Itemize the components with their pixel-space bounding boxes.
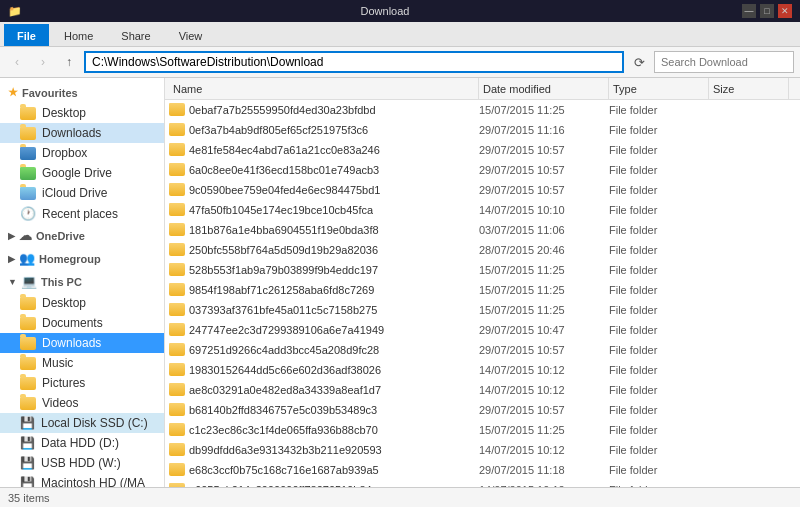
- sidebar-homegroup-header[interactable]: ▶ 👥 Homegroup: [0, 247, 164, 270]
- folder-icon: [20, 167, 36, 180]
- sidebar-item-desktop-pc[interactable]: Desktop: [0, 293, 164, 313]
- table-row[interactable]: 037393af3761bfe45a011c5c7158b275 15/07/2…: [165, 300, 800, 320]
- file-name: db99dfdd6a3e9313432b3b211e920593: [169, 443, 479, 456]
- table-row[interactable]: e68c3ccf0b75c168c716e1687ab939a5 29/07/2…: [165, 460, 800, 480]
- table-row[interactable]: db99dfdd6a3e9313432b3b211e920593 14/07/2…: [165, 440, 800, 460]
- up-button[interactable]: ↑: [58, 51, 80, 73]
- sidebar-item-downloads-fav[interactable]: Downloads: [0, 123, 164, 143]
- table-row[interactable]: 181b876a1e4bba6904551f19e0bda3f8 03/07/2…: [165, 220, 800, 240]
- sidebar-item-icloud[interactable]: iCloud Drive: [0, 183, 164, 203]
- sidebar-item-videos[interactable]: Videos: [0, 393, 164, 413]
- file-date: 14/07/2015 10:12: [479, 484, 609, 488]
- file-date: 29/07/2015 10:57: [479, 144, 609, 156]
- file-name: 0ebaf7a7b25559950fd4ed30a23bfdbd: [169, 103, 479, 116]
- file-name: 4e81fe584ec4abd7a61a21cc0e83a246: [169, 143, 479, 156]
- sidebar-item-dropbox[interactable]: Dropbox: [0, 143, 164, 163]
- folder-icon: [169, 363, 185, 376]
- sidebar-item-label: Dropbox: [42, 146, 87, 160]
- table-row[interactable]: e6055eb214c3990990ff78270519b84c 14/07/2…: [165, 480, 800, 487]
- sidebar-item-pictures[interactable]: Pictures: [0, 373, 164, 393]
- table-row[interactable]: 9c0590bee759e04fed4e6ec984475bd1 29/07/2…: [165, 180, 800, 200]
- table-row[interactable]: 0ebaf7a7b25559950fd4ed30a23bfdbd 15/07/2…: [165, 100, 800, 120]
- tab-file[interactable]: File: [4, 24, 49, 46]
- table-row[interactable]: 247747ee2c3d7299389106a6e7a41949 29/07/2…: [165, 320, 800, 340]
- sidebar-item-mac[interactable]: 💾 Macintosh HD (/MA: [0, 473, 164, 487]
- folder-icon: [20, 187, 36, 200]
- sidebar-item-documents[interactable]: Documents: [0, 313, 164, 333]
- sidebar-item-label: Documents: [42, 316, 103, 330]
- file-type: File folder: [609, 444, 709, 456]
- sidebar-item-label: USB HDD (W:): [41, 456, 121, 470]
- folder-icon: [169, 143, 185, 156]
- table-row[interactable]: 4e81fe584ec4abd7a61a21cc0e83a246 29/07/2…: [165, 140, 800, 160]
- table-row[interactable]: 47fa50fb1045e174ec19bce10cb45fca 14/07/2…: [165, 200, 800, 220]
- refresh-button[interactable]: ⟳: [628, 51, 650, 73]
- tab-view[interactable]: View: [166, 24, 216, 46]
- sidebar-item-desktop-fav[interactable]: Desktop: [0, 103, 164, 123]
- file-name: b68140b2ffd8346757e5c039b53489c3: [169, 403, 479, 416]
- file-name: 037393af3761bfe45a011c5c7158b275: [169, 303, 479, 316]
- sidebar-item-label: Recent places: [42, 207, 118, 221]
- folder-icon: [20, 297, 36, 310]
- minimize-button[interactable]: —: [742, 4, 756, 18]
- folder-icon: [169, 183, 185, 196]
- address-input[interactable]: [84, 51, 624, 73]
- item-count: 35 items: [8, 492, 50, 504]
- folder-icon: [169, 483, 185, 487]
- sidebar-item-downloads-pc[interactable]: Downloads: [0, 333, 164, 353]
- file-date: 29/07/2015 11:18: [479, 464, 609, 476]
- file-date: 29/07/2015 10:57: [479, 164, 609, 176]
- folder-icon: [169, 383, 185, 396]
- search-input[interactable]: [654, 51, 794, 73]
- folder-icon: [169, 463, 185, 476]
- cloud-icon: ☁: [19, 228, 32, 243]
- col-size-header[interactable]: Size: [709, 78, 789, 99]
- sidebar-item-label: Videos: [42, 396, 78, 410]
- sidebar-item-label: Desktop: [42, 106, 86, 120]
- col-date-header[interactable]: Date modified: [479, 78, 609, 99]
- sidebar-item-datahdd-d[interactable]: 💾 Data HDD (D:): [0, 433, 164, 453]
- table-row[interactable]: 9854f198abf71c261258aba6fd8c7269 15/07/2…: [165, 280, 800, 300]
- sidebar-thispc-header[interactable]: ▼ 💻 This PC: [0, 270, 164, 293]
- table-row[interactable]: b68140b2ffd8346757e5c039b53489c3 29/07/2…: [165, 400, 800, 420]
- sidebar-favourites-header[interactable]: ★ Favourites: [0, 82, 164, 103]
- file-type: File folder: [609, 144, 709, 156]
- forward-button[interactable]: ›: [32, 51, 54, 73]
- sidebar-onedrive-header[interactable]: ▶ ☁ OneDrive: [0, 224, 164, 247]
- tab-share[interactable]: Share: [108, 24, 163, 46]
- table-row[interactable]: ae8c03291a0e482ed8a34339a8eaf1d7 14/07/2…: [165, 380, 800, 400]
- col-name-header[interactable]: Name: [169, 78, 479, 99]
- file-name: c1c23ec86c3c1f4de065ffa936b88cb70: [169, 423, 479, 436]
- sidebar-item-label: Local Disk SSD (C:): [41, 416, 148, 430]
- back-button[interactable]: ‹: [6, 51, 28, 73]
- col-type-header[interactable]: Type: [609, 78, 709, 99]
- table-row[interactable]: c1c23ec86c3c1f4de065ffa936b88cb70 15/07/…: [165, 420, 800, 440]
- sidebar-item-music[interactable]: Music: [0, 353, 164, 373]
- sidebar-item-recent[interactable]: 🕐 Recent places: [0, 203, 164, 224]
- table-row[interactable]: 0ef3a7b4ab9df805ef65cf251975f3c6 29/07/2…: [165, 120, 800, 140]
- close-button[interactable]: ✕: [778, 4, 792, 18]
- table-row[interactable]: 19830152644dd5c66e602d36adf38026 14/07/2…: [165, 360, 800, 380]
- table-row[interactable]: 528b553f1ab9a79b03899f9b4eddc197 15/07/2…: [165, 260, 800, 280]
- chevron-down-icon: ▼: [8, 277, 17, 287]
- tab-home[interactable]: Home: [51, 24, 106, 46]
- sidebar-item-localdisk-c[interactable]: 💾 Local Disk SSD (C:): [0, 413, 164, 433]
- file-type: File folder: [609, 404, 709, 416]
- sidebar-item-usbhdd-w[interactable]: 💾 USB HDD (W:): [0, 453, 164, 473]
- ribbon-tabs: File Home Share View: [0, 22, 800, 46]
- folder-icon: [20, 397, 36, 410]
- file-name: 9c0590bee759e04fed4e6ec984475bd1: [169, 183, 479, 196]
- chevron-right-icon: ▶: [8, 254, 15, 264]
- sidebar-item-googledrive[interactable]: Google Drive: [0, 163, 164, 183]
- table-row[interactable]: 250bfc558bf764a5d509d19b29a82036 28/07/2…: [165, 240, 800, 260]
- sidebar: ★ Favourites Desktop Downloads Dropbox G…: [0, 78, 165, 487]
- sidebar-item-label: Music: [42, 356, 73, 370]
- file-type: File folder: [609, 264, 709, 276]
- table-row[interactable]: 6a0c8ee0e41f36ecd158bc01e749acb3 29/07/2…: [165, 160, 800, 180]
- maximize-button[interactable]: □: [760, 4, 774, 18]
- folder-icon: [169, 423, 185, 436]
- table-row[interactable]: 697251d9266c4add3bcc45a208d9fc28 29/07/2…: [165, 340, 800, 360]
- file-type: File folder: [609, 484, 709, 488]
- file-date: 28/07/2015 20:46: [479, 244, 609, 256]
- folder-icon: [20, 377, 36, 390]
